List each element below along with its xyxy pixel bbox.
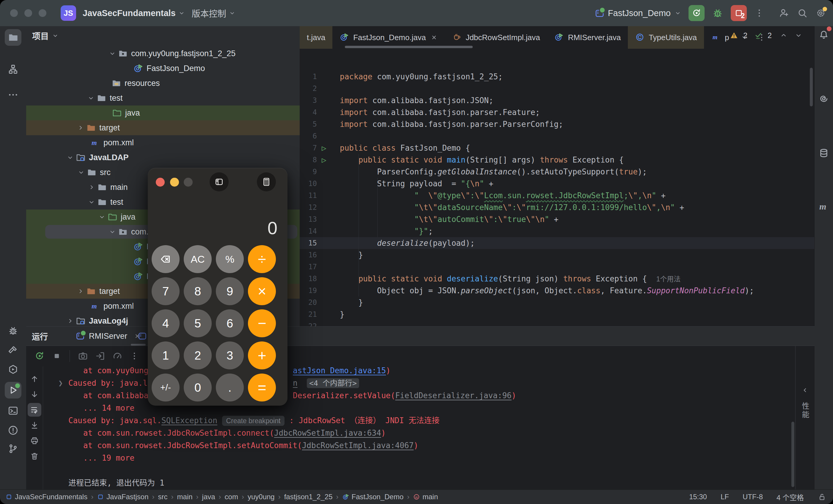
calc-key-0[interactable]: 0 — [184, 374, 212, 402]
calc-key-6[interactable]: 6 — [216, 309, 244, 337]
status-cursor-position[interactable]: 15:30 — [689, 493, 707, 501]
chevron-left-icon[interactable] — [801, 386, 809, 394]
breadcrumb-item-JavaSecFundamentals[interactable]: JavaSecFundamentals — [5, 493, 88, 501]
calc-minimize-button[interactable] — [170, 178, 179, 187]
calc-key-multiply[interactable]: × — [248, 277, 276, 305]
editor-tab-FastJson_Demo.java[interactable]: FastJson_Demo.java — [332, 26, 445, 49]
more-actions-button[interactable] — [754, 8, 765, 19]
breadcrumb-item-yuy0ung[interactable]: yuy0ung — [248, 493, 275, 501]
sidebar-item-terminal[interactable] — [5, 402, 21, 419]
tree-item-JavaLDAP[interactable]: JavaLDAP — [26, 150, 300, 165]
scroll-to-end-icon[interactable] — [28, 418, 41, 432]
calc-key-9[interactable]: 9 — [216, 277, 244, 305]
project-menu[interactable]: JavaSecFundamentals — [82, 8, 185, 18]
sidebar-item-more[interactable] — [5, 87, 21, 103]
tab-scrollbar[interactable] — [345, 46, 473, 48]
status-file-encoding[interactable]: UTF-8 — [743, 493, 763, 501]
calc-key-2[interactable]: 2 — [184, 341, 212, 369]
tree-chevron-icon[interactable] — [86, 94, 96, 102]
breadcrumb-item-FastJson_Demo[interactable]: FastJson_Demo — [342, 493, 404, 501]
tree-item-test[interactable]: test — [26, 91, 300, 105]
calc-key-backspace[interactable] — [151, 245, 180, 273]
calc-key-4[interactable]: 4 — [151, 309, 180, 337]
minimize-window-button[interactable] — [24, 9, 32, 17]
sidebar-item-build[interactable] — [5, 341, 21, 358]
rightbar-item-ai-assistant[interactable] — [816, 91, 832, 107]
rightbar-item-database[interactable] — [816, 145, 832, 161]
editor-tab-TypeUtils.java[interactable]: TypeUtils.java — [628, 26, 704, 49]
run-configuration-selector[interactable]: FastJson_Demo — [594, 8, 682, 18]
stack-trace-link[interactable]: FieldDeserializer.java:96 — [395, 391, 511, 400]
rightbar-item-notifications[interactable] — [816, 27, 832, 43]
stop-console-button[interactable] — [52, 351, 62, 361]
scroll-down-icon[interactable] — [28, 387, 41, 401]
calc-key-5[interactable]: 5 — [184, 309, 212, 337]
tree-chevron-icon[interactable] — [86, 198, 97, 206]
calc-key-percent[interactable]: % — [216, 245, 244, 273]
calc-zoom-button[interactable] — [184, 178, 193, 187]
status-indent-setting[interactable]: 4 个空格 — [777, 492, 804, 502]
tree-chevron-icon[interactable] — [107, 228, 118, 236]
project-panel-header[interactable]: 项目 — [26, 26, 300, 45]
search-button[interactable] — [797, 7, 808, 19]
calc-key-8[interactable]: 8 — [184, 277, 212, 305]
tree-chevron-icon[interactable] — [65, 154, 75, 161]
tree-item-target[interactable]: target — [26, 120, 300, 135]
breadcrumb-item-fastjson1_2_25[interactable]: fastjson1_2_25 — [284, 493, 333, 501]
sidebar-item-services[interactable] — [5, 361, 21, 378]
fold-icon[interactable]: ❯ — [58, 377, 63, 389]
inspection-widget[interactable]: 22 — [730, 31, 803, 40]
tree-item-FastJson_Demo[interactable]: FastJson_Demo — [26, 61, 300, 76]
sidebar-item-problems[interactable] — [5, 422, 21, 439]
breadcrumb-item-main[interactable]: main — [177, 493, 193, 501]
breadcrumb-item-com[interactable]: com — [225, 493, 238, 501]
calc-key-1[interactable]: 1 — [151, 341, 180, 369]
calc-key-dot[interactable]: . — [216, 374, 244, 402]
folded-frames-badge[interactable]: <4 个内部行> — [307, 378, 359, 388]
rerun-button[interactable] — [689, 5, 705, 21]
calc-close-button[interactable] — [156, 178, 165, 187]
close-window-button[interactable] — [10, 9, 18, 17]
stack-trace-link[interactable]: SQLException — [161, 416, 217, 425]
debug-button[interactable] — [712, 7, 723, 19]
editor-tab-JdbcRowSetImpl.java[interactable]: JdbcRowSetImpl.java — [445, 26, 547, 49]
stack-trace-link[interactable]: astJson_Demo.java:15 — [293, 366, 386, 375]
sidebar-item-git[interactable] — [5, 440, 21, 457]
calc-key-negate[interactable]: +/- — [151, 374, 180, 402]
prev-problem-icon[interactable] — [780, 31, 788, 40]
scroll-up-icon[interactable] — [28, 372, 41, 386]
stack-trace-link[interactable]: n — [293, 379, 298, 387]
calc-key-equals[interactable]: = — [248, 374, 276, 402]
sidebar-item-debug[interactable] — [5, 322, 21, 339]
tree-chevron-icon[interactable] — [75, 287, 86, 295]
run-line-icon[interactable]: ▷ — [322, 154, 327, 166]
console-more-button[interactable] — [129, 351, 139, 361]
print-icon[interactable] — [28, 434, 41, 448]
tree-item-com.yuy0ung.fastjson1_2_25[interactable]: com.yuy0ung.fastjson1_2_25 — [26, 46, 300, 61]
breadcrumb-item-main[interactable]: mmain — [413, 493, 438, 501]
performance-tab[interactable]: 性能 — [800, 402, 810, 419]
close-icon[interactable] — [430, 34, 437, 41]
thread-dump-button[interactable] — [78, 351, 88, 361]
tree-chevron-icon[interactable] — [97, 213, 107, 221]
tree-item-java[interactable]: java — [26, 105, 300, 120]
sidebar-item-project[interactable] — [5, 29, 21, 46]
run-line-icon[interactable]: ▷ — [322, 142, 327, 154]
editor-tab-t.java[interactable]: t.java — [300, 26, 332, 49]
sidebar-item-structure[interactable] — [5, 61, 21, 77]
add-user-button[interactable] — [778, 7, 790, 19]
stop-button[interactable]: 2 — [731, 5, 747, 21]
breadcrumb-item-java[interactable]: java — [202, 493, 215, 501]
tree-item-pom.xml[interactable]: mpom.xml — [26, 135, 300, 150]
stack-trace-link[interactable]: JdbcRowSetImpl.java:634 — [274, 429, 381, 437]
rerun-console-button[interactable] — [34, 350, 45, 362]
calc-key-AC[interactable]: AC — [184, 245, 212, 273]
code-editor[interactable]: 1package com.yuy0ung.fastjson1_2_25;23im… — [300, 49, 814, 326]
tree-chevron-icon[interactable] — [65, 317, 75, 325]
breadcrumb-item-src[interactable]: src — [158, 493, 168, 501]
calc-key-plus[interactable]: + — [248, 341, 276, 369]
tree-chevron-icon[interactable] — [107, 50, 118, 57]
tree-chevron-icon[interactable] — [86, 183, 97, 191]
import-thread-dump-button[interactable] — [95, 351, 105, 361]
clear-console-icon[interactable] — [28, 449, 41, 463]
